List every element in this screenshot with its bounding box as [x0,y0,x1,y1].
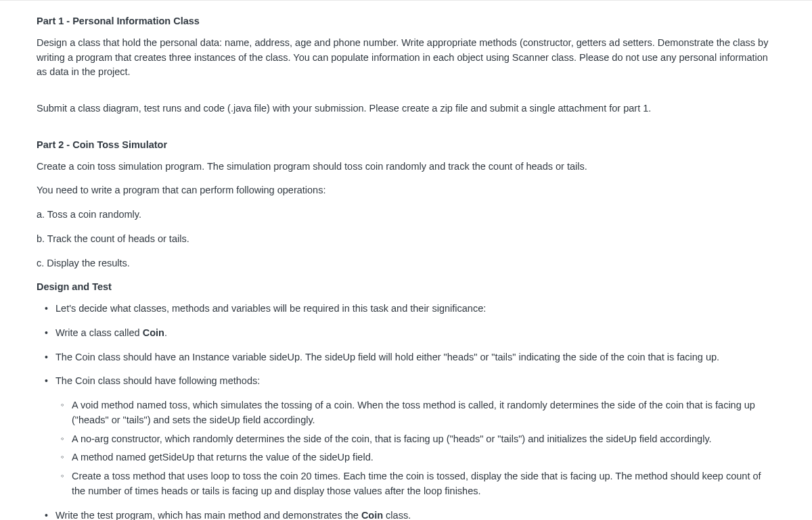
part1-description: Design a class that hold the personal da… [37,36,775,80]
bullet-sideup: The Coin class should have an Instance v… [55,350,775,365]
sub-constructor: A no-arg constructor, which randomly det… [72,432,775,447]
part1-title: Part 1 - Personal Information Class [37,14,775,29]
part2-intro: Create a coin toss simulation program. T… [37,160,775,174]
part2-title: Part 2 - Coin Toss Simulator [37,138,775,153]
bullet-write-coin-pre: Write a class called [55,327,143,338]
sub-toss-loop: Create a toss method that uses loop to t… [72,469,775,499]
part2-op-a: a. Toss a coin randomly. [37,208,775,222]
bullet-test-program: Write the test program, which has main m… [55,509,775,521]
design-bullet-list: Let's decide what classes, methods and v… [37,302,775,389]
methods-sublist: A void method named toss, which simulate… [37,398,775,499]
bullet-test-pre: Write the test program, which has main m… [55,510,361,521]
coin-classname-2: Coin [361,510,383,521]
sub-toss-void: A void method named toss, which simulate… [72,398,775,428]
bullet-significance: Let's decide what classes, methods and v… [55,302,775,316]
design-bullet-list-tail: Write the test program, which has main m… [37,509,775,521]
bullet-write-coin-post: . [164,327,167,338]
design-test-title: Design and Test [37,280,775,295]
coin-classname: Coin [143,327,164,338]
bullet-test-post: class. [383,510,411,521]
part1-submission: Submit a class diagram, test runs and co… [37,101,775,116]
part2-operations-lead: You need to write a program that can per… [37,183,775,198]
bullet-write-coin: Write a class called Coin. [55,326,775,341]
part2-op-b: b. Track the count of heads or tails. [37,232,775,247]
bullet-methods-lead: The Coin class should have following met… [55,374,775,389]
part2-op-c: c. Display the results. [37,256,775,271]
sub-getsideup: A method named getSideUp that returns th… [72,450,775,465]
document-content: Part 1 - Personal Information Class Desi… [37,14,775,520]
